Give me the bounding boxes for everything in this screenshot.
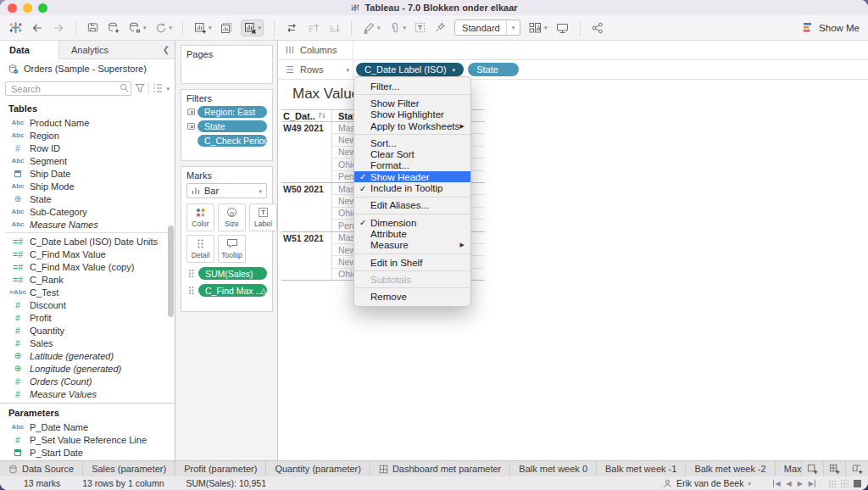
datasource-row[interactable]: Orders (Sample - Superstore): [0, 59, 175, 78]
field-p-set-value-reference-line[interactable]: #P_Set Value Reference Line: [0, 433, 175, 446]
field-orders-count[interactable]: #Orders (Count): [0, 375, 175, 387]
pill-menu-caret-icon[interactable]: ▾: [453, 67, 456, 73]
fit-selector[interactable]: Standard ▾: [454, 19, 520, 36]
highlight-pen-button[interactable]: ▾: [362, 21, 381, 35]
field-c-test[interactable]: =AbcC_Test: [0, 286, 175, 298]
field-c-date-label-iso-date-units[interactable]: =#C_Date Label (ISO) Date Units: [0, 235, 175, 248]
field-c-rank[interactable]: =#C_Rank: [0, 273, 175, 286]
field-c-find-max-value-copy[interactable]: =#C_Find Max Value (copy): [0, 260, 175, 273]
sheet-tab-sales-parameter[interactable]: Sales (parameter): [83, 461, 175, 476]
tooltip-button[interactable]: Tooltip: [218, 235, 246, 263]
menu-item-apply-to-worksheets[interactable]: Apply to Worksheets▶: [354, 120, 470, 131]
field-sales[interactable]: #Sales: [0, 337, 175, 349]
sort-descending-button[interactable]: [327, 21, 341, 35]
redo-button[interactable]: [52, 21, 65, 35]
dropdown-caret-icon[interactable]: ▾: [346, 67, 349, 73]
label-button[interactable]: Label: [249, 203, 277, 231]
marks-pill-sum-sales[interactable]: SUM(Sales): [198, 267, 267, 280]
field-ship-date[interactable]: Ship Date: [0, 167, 175, 180]
sheet-tab-balk-met-week-1[interactable]: Balk met week -1: [597, 461, 686, 476]
fit-caret[interactable]: ▾: [506, 20, 520, 35]
marks-pill-c-find-max[interactable]: C_Find Max ..△: [198, 284, 267, 297]
menu-item-filter[interactable]: Filter...: [354, 81, 470, 92]
clear-sheet-button[interactable]: ▾: [241, 19, 264, 36]
menu-item-edit-aliases[interactable]: Edit Aliases...: [354, 200, 470, 211]
shelf-pill-c-date-label-iso[interactable]: C_Date Label (ISO)▾: [356, 63, 464, 76]
menu-item-edit-in-shelf[interactable]: Edit in Shelf: [354, 257, 470, 268]
filter-fields-icon[interactable]: [135, 83, 145, 93]
field-c-find-max-value[interactable]: =#C_Find Max Value: [0, 248, 175, 260]
field-quantity[interactable]: #Quantity: [0, 324, 175, 337]
show-hide-cards-button[interactable]: ▾: [528, 21, 548, 35]
columns-shelf-body[interactable]: [353, 41, 868, 59]
menu-item-include-in-tooltip[interactable]: ✓Include in Tooltip: [354, 182, 470, 193]
menu-item-show-header[interactable]: ✓Show Header: [354, 171, 470, 182]
menu-item-clear-sort[interactable]: Clear Sort: [354, 148, 470, 159]
dropdown-caret-icon[interactable]: ▾: [403, 25, 407, 31]
menu-item-remove[interactable]: Remove: [354, 291, 470, 302]
mark-type-selector[interactable]: Bar ▾: [186, 183, 267, 198]
tab-data[interactable]: Data: [0, 41, 59, 59]
field-state[interactable]: ⊕State: [0, 192, 175, 205]
show-me-button[interactable]: Show Me: [804, 23, 860, 33]
menu-item-measure[interactable]: Measure▶: [354, 240, 470, 251]
show-sheet-toggle[interactable]: [854, 480, 861, 487]
swap-axes-button[interactable]: [285, 21, 298, 35]
field-latitude-generated[interactable]: ⊕Latitude (generated): [0, 349, 175, 362]
new-worksheet-button[interactable]: ▾: [193, 21, 212, 35]
undo-button[interactable]: [31, 21, 44, 35]
show-tabs-toggle[interactable]: [828, 480, 836, 487]
new-dashboard-tab-button[interactable]: [824, 461, 846, 476]
fix-axes-button[interactable]: [434, 21, 447, 34]
show-mark-labels-button[interactable]: [414, 21, 426, 34]
save-button[interactable]: [86, 21, 99, 34]
field-measure-values[interactable]: #Measure Values: [0, 387, 175, 400]
menu-item-show-highlighter[interactable]: Show Highlighter: [354, 109, 470, 120]
minimize-window-button[interactable]: [23, 3, 32, 13]
field-profit[interactable]: #Profit: [0, 311, 175, 324]
detail-button[interactable]: Detail: [186, 235, 214, 263]
sheet-tab-balk-met-week-0[interactable]: Balk met week 0: [510, 461, 597, 476]
next-sheet-button[interactable]: ▶: [798, 480, 803, 487]
previous-sheet-button[interactable]: ◀: [787, 480, 792, 487]
dropdown-caret-icon[interactable]: ▾: [143, 25, 147, 31]
column-header-week[interactable]: C_Dat..: [281, 110, 332, 121]
pause-updates-button[interactable]: ▾: [128, 21, 147, 35]
filter-pill-region-east[interactable]: Region: East: [198, 106, 267, 118]
tab-analytics[interactable]: Analytics: [59, 41, 158, 58]
menu-item-show-filter[interactable]: Show Filter: [354, 97, 470, 109]
field-measure-names[interactable]: AbcMeasure Names: [0, 218, 175, 231]
format-clip-button[interactable]: ▾: [388, 21, 407, 35]
sidebar-scrollbar[interactable]: [168, 226, 174, 317]
dropdown-caret-icon[interactable]: ▾: [259, 25, 262, 31]
sheet-tab-data-source[interactable]: Data Source: [0, 461, 83, 476]
close-window-button[interactable]: [8, 3, 17, 13]
menu-item-sort[interactable]: Sort...: [354, 137, 470, 148]
sheet-tab-dashboard-met-parameter[interactable]: Dashboard met parameter: [370, 461, 510, 476]
dropdown-caret-icon[interactable]: ▾: [166, 86, 170, 92]
sort-ascending-button[interactable]: [306, 21, 320, 35]
field-product-name[interactable]: AbcProduct Name: [0, 116, 175, 129]
sheet-tab-quantity-parameter[interactable]: Quantity (parameter): [266, 461, 370, 476]
show-filmstrip-toggle[interactable]: [841, 480, 849, 487]
menu-item-format[interactable]: Format...: [354, 160, 470, 171]
dropdown-caret-icon[interactable]: ▾: [544, 25, 548, 31]
first-sheet-button[interactable]: ◀: [773, 480, 780, 487]
filter-pill-state[interactable]: State: [198, 120, 267, 132]
menu-item-dimension[interactable]: ✓Dimension: [354, 217, 470, 228]
dropdown-caret-icon[interactable]: ▾: [377, 25, 381, 31]
search-input[interactable]: [5, 81, 131, 96]
dropdown-caret-icon[interactable]: ▾: [170, 25, 173, 31]
menu-item-attribute[interactable]: Attribute: [354, 228, 470, 239]
size-button[interactable]: Size: [218, 203, 246, 231]
field-p-start-date[interactable]: P_Start Date: [0, 446, 175, 459]
presentation-mode-button[interactable]: [555, 21, 570, 35]
new-story-tab-button[interactable]: [846, 461, 868, 476]
duplicate-sheet-button[interactable]: [220, 21, 233, 35]
user-menu[interactable]: Erik van de Beek ▾: [663, 478, 751, 488]
sort-icon[interactable]: [318, 112, 326, 120]
refresh-button[interactable]: ▾: [154, 21, 173, 35]
field-ship-mode[interactable]: AbcShip Mode: [0, 180, 175, 192]
field-segment[interactable]: AbcSegment: [0, 154, 175, 167]
zoom-window-button[interactable]: [38, 3, 47, 13]
